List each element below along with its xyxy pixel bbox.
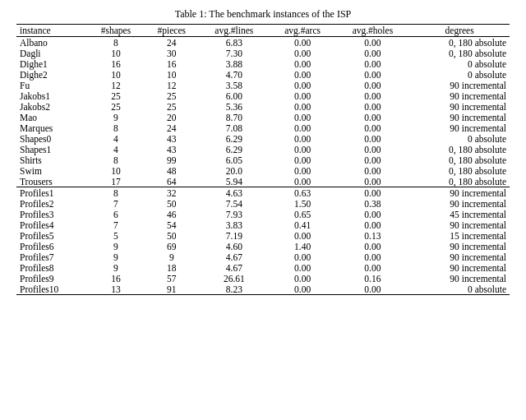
table-cell: 4 (87, 144, 144, 155)
table-cell: 8 (87, 155, 144, 165)
table-cell: 6.29 (199, 144, 270, 155)
table-cell: 45 incremental (409, 209, 510, 219)
table-cell: 10 (87, 48, 144, 58)
table-cell: 0, 180 absolute (409, 176, 510, 187)
table-cell: 30 (145, 48, 199, 58)
table-cell: 0.00 (270, 69, 336, 80)
table-cell: 0.00 (270, 176, 336, 187)
col-instance: instance (16, 25, 87, 37)
table-cell: 9 (145, 252, 199, 262)
table-cell: 0.13 (336, 230, 410, 241)
table-cell: 7 (87, 219, 144, 230)
table-cell: Dighe2 (16, 69, 87, 80)
table-cell: 0.00 (270, 273, 336, 284)
table-row: Shapes14436.290.000.000, 180 absolute (16, 144, 510, 155)
table-cell: 0.00 (270, 133, 336, 144)
table-row: Albano8246.830.000.000, 180 absolute (16, 37, 510, 48)
table-cell: 90 incremental (409, 90, 510, 101)
table-cell: 0.00 (336, 262, 410, 273)
table-cell: 10 (145, 69, 199, 80)
table-cell: Marques (16, 122, 87, 133)
table-cell: 24 (145, 37, 199, 48)
table-row: Shirts8996.050.000.000, 180 absolute (16, 155, 510, 165)
table-cell: 57 (145, 273, 199, 284)
table-cell: 18 (145, 262, 199, 273)
table-cell: 6.83 (199, 37, 270, 48)
table-cell: 32 (145, 187, 199, 199)
table-cell: 0 absolute (409, 69, 510, 80)
table-cell: 90 incremental (409, 241, 510, 252)
table-cell: 26.61 (199, 273, 270, 284)
table-cell: 12 (145, 80, 199, 90)
table-cell: 3.83 (199, 219, 270, 230)
table-cell: 0, 180 absolute (409, 155, 510, 165)
table-cell: 0 absolute (409, 284, 510, 295)
table-cell: 9 (87, 241, 144, 252)
table-cell: 0.00 (270, 252, 336, 262)
table-row: Profiles1013918.230.000.000 absolute (16, 284, 510, 295)
table-cell: 0.38 (336, 198, 410, 209)
table-cell: 10 (87, 69, 144, 80)
table-cell: 24 (145, 122, 199, 133)
table-cell: 0.00 (336, 112, 410, 122)
table-cell: 0.00 (270, 262, 336, 273)
table-row: Profiles7994.670.000.0090 incremental (16, 252, 510, 262)
table-cell: 0.00 (336, 209, 410, 219)
table-cell: 9 (87, 262, 144, 273)
table-cell: Fu (16, 80, 87, 90)
table-row: Profiles27507.541.500.3890 incremental (16, 198, 510, 209)
table-cell: 0, 180 absolute (409, 37, 510, 48)
table-cell: Profiles10 (16, 284, 87, 295)
table-row: Profiles18324.630.630.0090 incremental (16, 187, 510, 199)
table-cell: 90 incremental (409, 112, 510, 122)
table-title: Table 1: The benchmark instances of the … (16, 8, 510, 21)
table-cell: 16 (87, 58, 144, 69)
table-row: Profiles9165726.610.000.1690 incremental (16, 273, 510, 284)
col-lines: avg.#lines (199, 25, 270, 37)
table-header: instance #shapes #pieces avg.#lines avg.… (16, 25, 510, 37)
table-cell: Profiles1 (16, 187, 87, 199)
table-cell: 9 (87, 252, 144, 262)
table-cell: Profiles5 (16, 230, 87, 241)
table-cell: 0.00 (270, 101, 336, 112)
table-cell: 7.08 (199, 122, 270, 133)
table-cell: 90 incremental (409, 198, 510, 209)
table-cell: 7.19 (199, 230, 270, 241)
table-cell: 0.00 (336, 187, 410, 199)
table-cell: 0.00 (270, 80, 336, 90)
table-cell: 12 (87, 80, 144, 90)
table-cell: 0.16 (336, 273, 410, 284)
table-cell: 4.67 (199, 262, 270, 273)
table-cell: 7.93 (199, 209, 270, 219)
table-cell: Swim (16, 165, 87, 176)
table-cell: 0.00 (270, 37, 336, 48)
table-row: Jakobs125256.000.000.0090 incremental (16, 90, 510, 101)
table-cell: 0.00 (336, 252, 410, 262)
table-cell: 0.00 (270, 58, 336, 69)
table-cell: 0.00 (270, 48, 336, 58)
table-cell: 8 (87, 122, 144, 133)
table-row: Profiles36467.930.650.0045 incremental (16, 209, 510, 219)
table-cell: 90 incremental (409, 273, 510, 284)
table-cell: 0.00 (270, 284, 336, 295)
table-cell: Jakobs1 (16, 90, 87, 101)
table-cell: 0.00 (270, 230, 336, 241)
table-cell: 64 (145, 176, 199, 187)
table-cell: 0.00 (336, 122, 410, 133)
table-cell: Albano (16, 37, 87, 48)
table-cell: 0.00 (270, 122, 336, 133)
table-cell: 48 (145, 165, 199, 176)
table-cell: 6.05 (199, 155, 270, 165)
benchmark-table: instance #shapes #pieces avg.#lines avg.… (16, 24, 510, 295)
table-cell: 0.00 (336, 219, 410, 230)
table-cell: 6.00 (199, 90, 270, 101)
table-cell: 25 (87, 101, 144, 112)
table-cell: 0.00 (336, 37, 410, 48)
table-cell: 69 (145, 241, 199, 252)
col-pieces: #pieces (145, 25, 199, 37)
table-cell: 0.63 (270, 187, 336, 199)
table-cell: 0.00 (336, 144, 410, 155)
table-cell: 50 (145, 230, 199, 241)
table-cell: 4.63 (199, 187, 270, 199)
table-cell: 5.36 (199, 101, 270, 112)
